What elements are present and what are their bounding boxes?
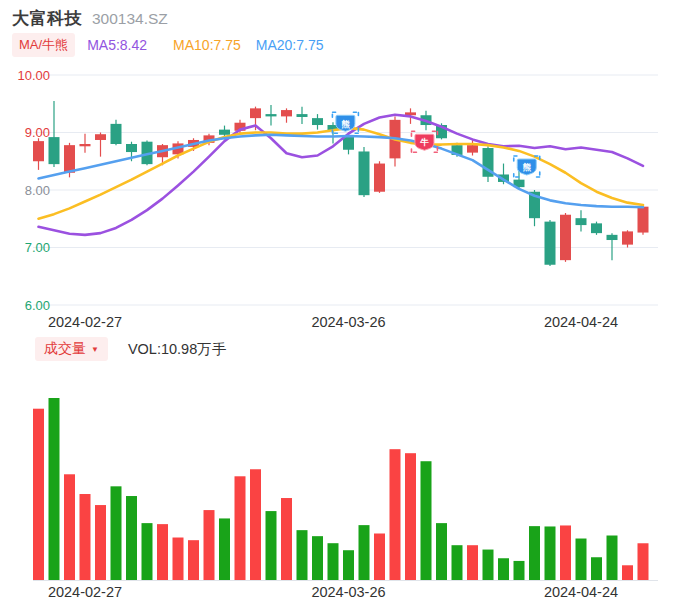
volume-bar [142, 523, 153, 580]
candlestick [638, 207, 649, 233]
candlestick [64, 145, 75, 173]
volume-bar [297, 530, 308, 580]
volume-bar [359, 525, 370, 580]
candlestick [374, 164, 385, 192]
volume-bar [591, 557, 602, 580]
bull-marker[interactable]: 牛 [411, 131, 437, 152]
candlestick [467, 145, 478, 152]
volume-bar [529, 526, 540, 580]
volume-bar [111, 486, 122, 580]
marker-glyph: 熊 [341, 119, 350, 129]
x-axis-label: 2024-02-27 [48, 314, 122, 330]
candlestick [576, 218, 587, 225]
volume-bar [235, 476, 246, 580]
dropdown-arrow-icon: ▼ [91, 345, 99, 354]
candlestick [33, 141, 44, 161]
volume-bar [266, 511, 277, 580]
volume-bar [312, 536, 323, 580]
candlestick [281, 110, 292, 116]
volume-bar [343, 550, 354, 580]
volume-bar [421, 461, 432, 580]
volume-bar [250, 469, 261, 580]
candlestick [622, 231, 633, 244]
volume-bar [514, 561, 525, 580]
volume-bar [95, 505, 106, 580]
candlestick [297, 114, 308, 117]
volume-selector[interactable]: 成交量 ▼ [35, 337, 108, 361]
volume-bar [560, 525, 571, 580]
price-volume-chart[interactable]: 10.009.008.007.006.00熊牛熊2024-02-272024-0… [0, 0, 686, 606]
y-axis-label: 8.00 [25, 183, 50, 198]
volume-bar [390, 449, 401, 580]
candlestick [545, 222, 556, 265]
volume-selector-label: 成交量 [44, 340, 86, 358]
ma20-legend: MA20:7.75 [256, 37, 324, 53]
y-axis-label: 10.00 [17, 68, 50, 83]
candlestick [80, 144, 91, 146]
volume-bar [405, 453, 416, 580]
bear-marker[interactable]: 熊 [514, 156, 540, 177]
candlestick [560, 215, 571, 260]
volume-bar [452, 545, 463, 580]
candlestick [111, 124, 122, 144]
y-axis-label: 6.00 [25, 298, 50, 313]
candlestick [219, 130, 230, 135]
candlestick [250, 108, 261, 118]
y-axis-label: 9.00 [25, 125, 50, 140]
candlestick [359, 151, 370, 195]
volume-readout: VOL:10.98万手 [128, 340, 226, 359]
candlestick [312, 118, 323, 125]
volume-bar [219, 518, 230, 580]
stock-code: 300134.SZ [92, 10, 168, 28]
volume-bar [64, 474, 75, 580]
volume-bar [374, 533, 385, 580]
volume-bar [80, 494, 91, 580]
x-axis-label: 2024-02-27 [48, 584, 122, 600]
candlestick [591, 223, 602, 233]
volume-bar [126, 496, 137, 580]
x-axis-label: 2024-04-24 [544, 584, 618, 600]
volume-bar [33, 409, 44, 580]
marker-glyph: 牛 [419, 137, 429, 147]
volume-bar [498, 558, 509, 580]
candlestick [266, 114, 277, 116]
volume-legend-row: 成交量 ▼ VOL:10.98万手 [35, 337, 226, 361]
indicator-legend-row: MA/牛熊 MA5:8.42 MA10:7.75 MA20:7.75 [12, 33, 324, 57]
x-axis-label: 2024-03-26 [311, 584, 385, 600]
volume-bar [157, 524, 168, 580]
volume-bar [328, 543, 339, 580]
stock-name: 大富科技 [12, 7, 82, 30]
ma5-legend: MA5:8.42 [87, 37, 147, 53]
volume-bar [483, 550, 494, 580]
volume-bar [545, 526, 556, 580]
stock-chart-page: 10.009.008.007.006.00熊牛熊2024-02-272024-0… [0, 0, 686, 606]
header: 大富科技 300134.SZ [12, 7, 168, 30]
candlestick [49, 137, 60, 164]
x-axis-label: 2024-03-26 [311, 314, 385, 330]
indicator-selector[interactable]: MA/牛熊 [12, 33, 75, 57]
volume-bar [467, 545, 478, 580]
volume-bar [622, 565, 633, 580]
volume-bar [49, 398, 60, 580]
y-axis-label: 7.00 [25, 240, 50, 255]
volume-bar [607, 536, 618, 580]
volume-bar [576, 539, 587, 580]
ma10-legend: MA10:7.75 [173, 37, 241, 53]
x-axis-label: 2024-04-24 [544, 314, 618, 330]
candlestick [126, 144, 137, 152]
volume-bar [281, 498, 292, 580]
candlestick [95, 134, 106, 140]
volume-bar [188, 540, 199, 580]
volume-bar [638, 543, 649, 580]
marker-glyph: 熊 [523, 162, 532, 172]
candlestick [607, 235, 618, 240]
volume-bar [436, 523, 447, 580]
volume-bar [204, 510, 215, 580]
volume-bar [173, 538, 184, 580]
